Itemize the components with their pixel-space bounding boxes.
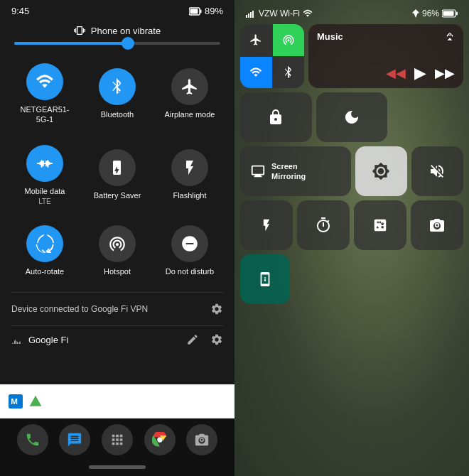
dnd-label: Do not disturb bbox=[166, 266, 214, 276]
auto-rotate-tile-icon bbox=[26, 225, 63, 262]
ios-forward-button[interactable]: ▶▶ bbox=[435, 65, 455, 81]
tile-auto-rotate[interactable]: Auto-rotate bbox=[11, 218, 78, 283]
svg-rect-10 bbox=[250, 12, 252, 18]
ios-mute-tile[interactable] bbox=[411, 146, 463, 196]
flashlight-icon bbox=[181, 159, 198, 176]
vpn-row: Device connected to Google Fi VPN bbox=[0, 296, 234, 323]
svg-rect-1 bbox=[190, 9, 198, 13]
mobile-data-label: Mobile data bbox=[25, 186, 65, 196]
ios-row-5 bbox=[240, 254, 463, 304]
flashlight-tile-icon bbox=[171, 149, 208, 186]
ios-empty-tile-1 bbox=[392, 92, 463, 142]
ios-airplay-icon[interactable] bbox=[445, 31, 455, 41]
tile-wifi[interactable]: NETGEAR51-5G-1 bbox=[11, 56, 78, 132]
battery-saver-tile-icon bbox=[99, 149, 136, 186]
vpn-label: Device connected to Google Fi VPN bbox=[11, 304, 148, 314]
ios-screen-lock-tile[interactable] bbox=[240, 92, 312, 142]
wifi-icon bbox=[36, 75, 54, 89]
nav-chrome[interactable] bbox=[144, 424, 176, 455]
auto-rotate-label: Auto-rotate bbox=[26, 266, 64, 276]
ios-remote-tile[interactable] bbox=[240, 254, 290, 304]
ios-camera-tile[interactable] bbox=[411, 200, 463, 250]
tile-dnd[interactable]: Do not disturb bbox=[156, 218, 223, 283]
ios-status-right: 96% bbox=[412, 9, 458, 18]
vibrate-label: Phone on vibrate bbox=[91, 26, 161, 36]
android-status-bar: 9:45 89% bbox=[0, 0, 234, 19]
google-fi-row: Google Fi bbox=[0, 329, 234, 350]
tile-bluetooth[interactable]: Bluetooth bbox=[84, 56, 151, 132]
ios-brightness-tile[interactable] bbox=[355, 146, 407, 196]
slider-track[interactable] bbox=[14, 42, 220, 45]
ios-panel: VZW Wi-Fi 96% bbox=[234, 0, 469, 476]
tile-hotspot[interactable]: Hotspot bbox=[84, 218, 151, 283]
tile-mobile-data[interactable]: Mobile data LTE bbox=[11, 138, 78, 212]
ios-airplane-icon bbox=[249, 33, 262, 46]
google-fi-actions bbox=[186, 333, 223, 346]
battery-icon bbox=[189, 7, 202, 16]
wifi-label: NETGEAR51-5G-1 bbox=[14, 104, 75, 125]
android-panel: 9:45 89% Phone on vibrate bbox=[0, 0, 234, 476]
nav-camera[interactable] bbox=[186, 424, 217, 455]
ios-wifi-sub-icon bbox=[249, 67, 262, 78]
slider-thumb[interactable] bbox=[122, 37, 134, 50]
chrome-icon bbox=[152, 432, 168, 448]
settings-icon[interactable] bbox=[210, 333, 223, 346]
hotspot-icon bbox=[108, 234, 126, 253]
ios-calculator-tile[interactable] bbox=[354, 200, 406, 250]
ios-airplane-tile[interactable] bbox=[240, 24, 272, 56]
ios-wifi-sub-tile[interactable] bbox=[240, 57, 272, 89]
svg-rect-11 bbox=[252, 11, 254, 18]
airplane-tile-icon bbox=[171, 68, 208, 105]
edit-icon[interactable] bbox=[186, 333, 199, 346]
ios-timer-tile[interactable] bbox=[297, 200, 350, 250]
mobile-data-sublabel: LTE bbox=[38, 198, 51, 205]
volume-slider-container[interactable] bbox=[0, 39, 234, 53]
nav-phone[interactable] bbox=[17, 424, 48, 455]
signal-icon bbox=[11, 334, 23, 345]
ios-screen-mirroring-tile[interactable]: Screen Mirroring bbox=[240, 146, 351, 196]
svg-rect-8 bbox=[246, 15, 247, 18]
outlook-icon: M bbox=[9, 394, 23, 409]
dnd-icon bbox=[180, 234, 199, 253]
ios-torch-icon bbox=[259, 217, 274, 234]
ios-mute-icon bbox=[428, 163, 446, 180]
tile-flashlight[interactable]: Flashlight bbox=[156, 138, 223, 212]
ios-mirroring-label: Mirroring bbox=[271, 171, 306, 181]
svg-rect-14 bbox=[456, 12, 458, 16]
quick-tiles-grid: NETGEAR51-5G-1 Bluetooth Airplane mode bbox=[0, 53, 234, 289]
svg-text:M: M bbox=[11, 396, 18, 406]
nav-apps[interactable] bbox=[102, 424, 133, 455]
android-search-bar[interactable]: M bbox=[0, 384, 234, 418]
android-nav-bar bbox=[0, 418, 234, 461]
ios-row-3: Screen Mirroring bbox=[240, 146, 463, 196]
ios-timer-icon bbox=[315, 217, 332, 234]
svg-rect-2 bbox=[200, 9, 201, 13]
ios-row-4 bbox=[240, 200, 463, 250]
wifi-tile-icon bbox=[26, 63, 63, 100]
ios-connectivity-block[interactable] bbox=[240, 24, 304, 88]
ios-torch-tile[interactable] bbox=[240, 200, 293, 250]
divider-1 bbox=[11, 292, 223, 293]
ios-screen-mirroring-icon bbox=[250, 163, 266, 179]
ios-music-block[interactable]: Music ◀◀ ▶ ▶▶ bbox=[308, 24, 463, 88]
battery-saver-label: Battery Saver bbox=[94, 190, 141, 200]
battery-saver-icon bbox=[109, 159, 126, 176]
ios-signal-icon bbox=[246, 9, 256, 18]
ios-cellular-tile[interactable] bbox=[273, 24, 305, 56]
ios-screen-mirroring-text: Screen Mirroring bbox=[271, 161, 306, 182]
ios-rewind-button[interactable]: ◀◀ bbox=[386, 65, 406, 81]
ios-music-title: Music bbox=[317, 31, 343, 42]
ios-play-button[interactable]: ▶ bbox=[414, 64, 426, 82]
svg-marker-5 bbox=[30, 396, 42, 406]
tile-airplane[interactable]: Airplane mode bbox=[156, 56, 223, 132]
ios-screen-mirroring-label: Screen bbox=[271, 161, 306, 171]
bluetooth-label: Bluetooth bbox=[101, 109, 134, 119]
tile-battery-saver[interactable]: Battery Saver bbox=[84, 138, 151, 212]
vpn-settings-icon[interactable] bbox=[210, 303, 223, 315]
nav-messages[interactable] bbox=[59, 424, 90, 455]
ios-bluetooth-sub-tile[interactable] bbox=[273, 57, 305, 89]
ios-location-icon bbox=[412, 9, 419, 18]
ios-dnd-tile[interactable] bbox=[316, 92, 388, 142]
ios-remote-icon bbox=[257, 271, 273, 287]
svg-point-7 bbox=[158, 438, 162, 442]
